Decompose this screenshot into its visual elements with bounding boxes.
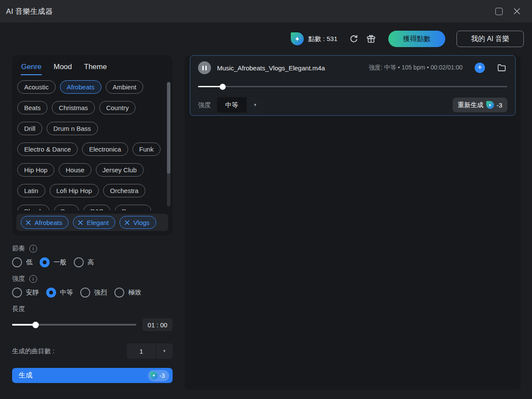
selected-tag-chip[interactable]: Vlogs (120, 216, 156, 229)
genre-chip[interactable]: Hip Hop (17, 163, 54, 177)
app-window: { "titlebar": { "title": "AI 音樂生成器" }, "… (0, 0, 532, 399)
picker-tab[interactable]: Theme (84, 63, 107, 75)
genre-chip[interactable]: Orchestra (103, 184, 145, 197)
remove-tag-icon (124, 220, 130, 225)
genre-chip[interactable]: Jersey Club (96, 163, 144, 177)
track-meta: 強度: 中等 • 105 bpm • 00:02/01:00 (368, 64, 463, 72)
player-intensity-select[interactable]: 中等 (217, 97, 264, 113)
radio-circle-icon (40, 257, 50, 267)
maximize-icon[interactable] (495, 8, 503, 15)
regenerate-label: 重新生成 (458, 101, 484, 109)
genre-picker-panel: GenreMoodTheme AcousticAfrobeatsAmbientB… (12, 55, 173, 235)
get-points-button[interactable]: 獲得點數 (388, 31, 445, 47)
points-label: 點數 : 531 (308, 35, 337, 43)
close-icon[interactable] (512, 6, 522, 16)
intensity-info-icon[interactable] (29, 275, 37, 283)
radio-circle-icon (80, 288, 90, 298)
my-ai-music-button[interactable]: 我的 AI 音樂 (456, 31, 524, 47)
genre-chip[interactable]: Pop (54, 205, 79, 210)
rhythm-radio-group: 低 一般 高 (12, 257, 173, 267)
cost-droplet-icon (150, 372, 158, 380)
picker-tab[interactable]: Genre (21, 63, 42, 75)
points-droplet-icon (291, 32, 304, 45)
genre-chip[interactable]: Beats (17, 101, 47, 114)
picker-tabs: GenreMoodTheme (12, 55, 173, 75)
genre-chip[interactable]: Acoustic (17, 80, 56, 94)
intensity-label: 強度 (12, 275, 25, 283)
genre-chip[interactable]: Ambient (106, 80, 143, 94)
add-icon[interactable] (475, 63, 485, 73)
generate-button[interactable]: 生成 -3 (12, 368, 173, 383)
titlebar: AI 音樂生成器 (0, 0, 532, 22)
selected-tag-chip[interactable]: Afrobeats (21, 216, 69, 229)
intensity-radio-option[interactable]: 安靜 (12, 288, 39, 298)
genre-chip[interactable]: Reggae (115, 205, 151, 210)
length-slider-row: 01 : 00 (12, 318, 173, 331)
radio-circle-icon (74, 257, 84, 267)
generate-button-label: 生成 (19, 371, 32, 380)
genre-chip[interactable]: Christmas (52, 101, 95, 114)
genre-chip[interactable]: Drum n Bass (47, 122, 98, 135)
window-controls (495, 6, 522, 16)
playback-progress-slider[interactable] (198, 83, 507, 90)
chevron-down-icon (163, 349, 167, 353)
generation-controls: 節奏 低 一般 高 強度 安靜 (12, 244, 173, 383)
length-slider[interactable] (12, 322, 136, 328)
genre-chip[interactable]: Country (99, 101, 136, 114)
rhythm-radio-option[interactable]: 高 (74, 257, 94, 267)
regenerate-cost-droplet-icon (486, 101, 494, 109)
regenerate-cost: -3 (497, 101, 502, 109)
track-count-select[interactable]: 1 (127, 343, 173, 359)
gift-icon[interactable] (365, 33, 377, 45)
progress-thumb[interactable] (220, 84, 226, 90)
remove-tag-icon (78, 220, 83, 225)
intensity-radio-option[interactable]: 強烈 (80, 288, 107, 298)
intensity-radio-group: 安靜 中等 強烈 極致 (12, 288, 173, 298)
player-top-row: Music_Afrobeats_Vlogs_Elegant.m4a 強度: 中等… (198, 61, 507, 74)
rhythm-label: 節奏 (12, 244, 25, 253)
rhythm-radio-option[interactable]: 一般 (40, 257, 66, 267)
genre-chip[interactable]: R&B (83, 205, 110, 210)
rhythm-info-icon[interactable] (29, 245, 37, 253)
progress-track[interactable] (198, 86, 507, 87)
player-bottom-row: 強度 中等 重新生成 -3 (198, 97, 507, 113)
rhythm-radio-option[interactable]: 低 (12, 257, 32, 267)
genre-chip[interactable]: Phonk (17, 205, 50, 210)
selected-tag-chip[interactable]: Elegant (73, 216, 115, 229)
regenerate-button[interactable]: 重新生成 -3 (453, 98, 507, 112)
genre-scrollbar[interactable] (167, 82, 170, 206)
track-count-value: 1 (127, 343, 156, 359)
length-label-row: 長度 (12, 305, 173, 313)
length-label: 長度 (12, 305, 25, 313)
player-intensity-label: 強度 (198, 101, 211, 109)
picker-tab[interactable]: Mood (53, 63, 72, 75)
genre-chip[interactable]: Latin (17, 184, 45, 197)
header-bar: 點數 : 531 獲得點數 我的 AI 音樂 (0, 30, 524, 48)
player-intensity-value: 中等 (217, 97, 246, 113)
genre-chip[interactable]: Lofi Hip Hop (50, 184, 99, 197)
track-filename: Music_Afrobeats_Vlogs_Elegant.m4a (217, 64, 325, 72)
genre-scrollbar-thumb[interactable] (167, 82, 170, 174)
window-title: AI 音樂生成器 (6, 6, 53, 16)
player-card: Music_Afrobeats_Vlogs_Elegant.m4a 強度: 中等… (190, 55, 516, 116)
folder-icon[interactable] (496, 62, 507, 73)
length-slider-fill (12, 324, 36, 326)
selected-tags-strip: Afrobeats Elegant Vlogs (16, 214, 168, 231)
genre-chip[interactable]: Electro & Dance (17, 142, 78, 156)
rhythm-label-row: 節奏 (12, 244, 173, 253)
refresh-icon[interactable] (348, 33, 360, 45)
genre-chip[interactable]: Drill (17, 122, 42, 135)
genre-chip[interactable]: Electronica (82, 142, 128, 156)
intensity-radio-option[interactable]: 極致 (114, 288, 141, 298)
genre-chip[interactable]: Funk (132, 142, 161, 156)
progress-fill (198, 86, 223, 87)
track-count-label: 生成的曲目數 : (12, 347, 54, 355)
genre-chip[interactable]: Afrobeats (60, 80, 101, 94)
genre-chip[interactable]: House (59, 163, 91, 177)
length-slider-thumb[interactable] (32, 322, 39, 328)
track-count-row: 生成的曲目數 : 1 (12, 343, 173, 359)
pause-icon[interactable] (198, 61, 211, 74)
chevron-down-icon (253, 103, 257, 107)
radio-circle-icon (46, 288, 56, 298)
intensity-radio-option[interactable]: 中等 (46, 288, 73, 298)
